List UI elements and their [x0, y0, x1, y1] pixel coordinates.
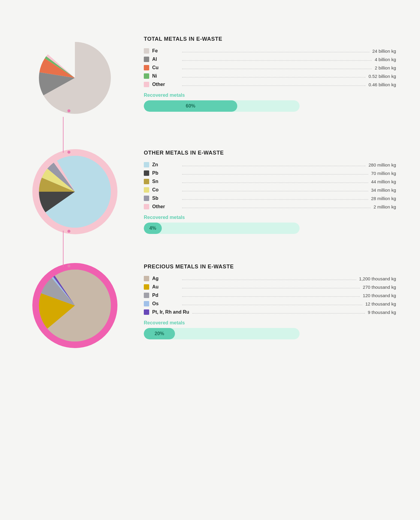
legend-item-label: Other	[152, 204, 179, 209]
legend-item-label: Other	[152, 82, 179, 87]
legend-item: Fe24 billion kg	[144, 48, 396, 54]
legend-item-value: 1,200 thousand kg	[359, 276, 396, 281]
legend-area-other: OTHER METALS IN E-WASTEZn280 million kgP…	[126, 147, 396, 234]
legend-item-value: 120 thousand kg	[363, 293, 396, 298]
legend-color-swatch	[144, 170, 149, 176]
legend-color-swatch	[144, 48, 149, 54]
legend-item: Pd120 thousand kg	[144, 293, 396, 298]
legend-item-value: 2 billion kg	[375, 65, 396, 70]
svg-point-0	[67, 109, 70, 112]
legend-item: Al4 billion kg	[144, 57, 396, 62]
legend-color-swatch	[144, 284, 149, 290]
legend-color-swatch	[144, 82, 149, 87]
legend-item-label: Sn	[152, 179, 179, 184]
legend-item-label: Au	[152, 284, 179, 290]
legend-dots	[182, 174, 368, 175]
chart-area-total	[24, 33, 126, 123]
section-precious: PRECIOUS METALS IN E-WASTEAg1,200 thousa…	[24, 261, 396, 350]
progress-bar-container: 20%	[144, 328, 300, 339]
legend-item: Co34 million kg	[144, 187, 396, 193]
legend-item-label: Os	[152, 301, 179, 306]
legend-item-value: 280 million kg	[368, 162, 396, 167]
legend-dots	[182, 69, 372, 69]
chart-area-other	[24, 147, 126, 237]
progress-bar-fill: 60%	[144, 100, 237, 112]
legend-item: Zn280 million kg	[144, 162, 396, 167]
pie-chart-total	[30, 33, 120, 123]
legend-title-precious: PRECIOUS METALS IN E-WASTE	[144, 264, 396, 270]
legend-title-total: TOTAL METALS IN E-WASTE	[144, 36, 396, 42]
svg-point-3	[67, 230, 70, 233]
legend-dots	[182, 191, 368, 191]
legend-item: Ni0.52 billion kg	[144, 73, 396, 79]
pie-chart-other	[30, 147, 120, 237]
legend-item: Pt, Ir, Rh and Ru9 thousand kg	[144, 309, 396, 315]
legend-color-swatch	[144, 196, 149, 201]
legend-item: Os12 thousand kg	[144, 301, 396, 306]
legend-item: Ag1,200 thousand kg	[144, 276, 396, 281]
legend-item-label: Zn	[152, 162, 179, 167]
legend-color-swatch	[144, 73, 149, 79]
legend-item-value: 70 million kg	[371, 171, 396, 176]
svg-point-7	[67, 264, 70, 267]
legend-item: Cu2 billion kg	[144, 65, 396, 70]
legend-item: Pb70 million kg	[144, 170, 396, 176]
legend-color-swatch	[144, 57, 149, 62]
legend-area-precious: PRECIOUS METALS IN E-WASTEAg1,200 thousa…	[126, 261, 396, 339]
legend-dots	[182, 279, 356, 280]
legend-dots	[182, 166, 365, 166]
legend-color-swatch	[144, 187, 149, 193]
legend-item-label: Ag	[152, 276, 179, 281]
svg-point-4	[67, 151, 70, 154]
legend-dots	[182, 182, 368, 183]
legend-dots	[182, 208, 371, 208]
legend-item-label: Fe	[152, 48, 179, 54]
pie-chart-precious	[30, 261, 120, 350]
legend-color-swatch	[144, 309, 149, 315]
legend-item: Au270 thousand kg	[144, 284, 396, 290]
legend-item-label: Pt, Ir, Rh and Ru	[152, 309, 189, 315]
legend-item-value: 28 million kg	[371, 196, 396, 201]
legend-item-value: 0.52 billion kg	[368, 74, 396, 79]
legend-item-label: Ni	[152, 73, 179, 79]
legend-item: Other0.46 billion kg	[144, 82, 396, 87]
legend-dots	[182, 60, 372, 61]
legend-item-value: 44 million kg	[371, 179, 396, 184]
legend-item-label: Pd	[152, 293, 179, 298]
legend-item-value: 0.46 billion kg	[368, 82, 396, 87]
legend-color-swatch	[144, 179, 149, 184]
legend-item: Sb28 million kg	[144, 196, 396, 201]
section-total: TOTAL METALS IN E-WASTEFe24 billion kgAl…	[24, 33, 396, 123]
chart-area-precious	[24, 261, 126, 350]
legend-dots	[182, 85, 365, 86]
legend-color-swatch	[144, 65, 149, 70]
legend-item-label: Al	[152, 57, 179, 62]
legend-dots	[182, 288, 360, 288]
legend-item: Sn44 million kg	[144, 179, 396, 184]
legend-color-swatch	[144, 293, 149, 298]
recovered-metals-label: Recovered metals	[144, 320, 396, 326]
legend-dots	[182, 52, 369, 52]
section-other: OTHER METALS IN E-WASTEZn280 million kgP…	[24, 147, 396, 237]
legend-dots	[182, 199, 368, 200]
legend-color-swatch	[144, 162, 149, 167]
progress-bar-container: 60%	[144, 100, 300, 112]
legend-item-value: 34 million kg	[371, 188, 396, 193]
legend-dots	[192, 313, 365, 314]
legend-item-value: 2 million kg	[374, 204, 396, 209]
legend-area-total: TOTAL METALS IN E-WASTEFe24 billion kgAl…	[126, 33, 396, 112]
legend-item-value: 12 thousand kg	[365, 301, 396, 306]
legend-item-label: Sb	[152, 196, 179, 201]
legend-item-label: Cu	[152, 65, 179, 70]
recovered-metals-label: Recovered metals	[144, 93, 396, 98]
legend-color-swatch	[144, 204, 149, 209]
legend-item-value: 24 billion kg	[372, 49, 396, 54]
legend-item-value: 4 billion kg	[375, 57, 396, 62]
legend-dots	[182, 77, 365, 78]
recovered-metals-label: Recovered metals	[144, 215, 396, 220]
legend-item-value: 9 thousand kg	[368, 310, 396, 315]
legend-title-other: OTHER METALS IN E-WASTE	[144, 150, 396, 156]
progress-bar-fill: 4%	[144, 223, 162, 234]
legend-color-swatch	[144, 276, 149, 281]
legend-dots	[182, 296, 360, 297]
